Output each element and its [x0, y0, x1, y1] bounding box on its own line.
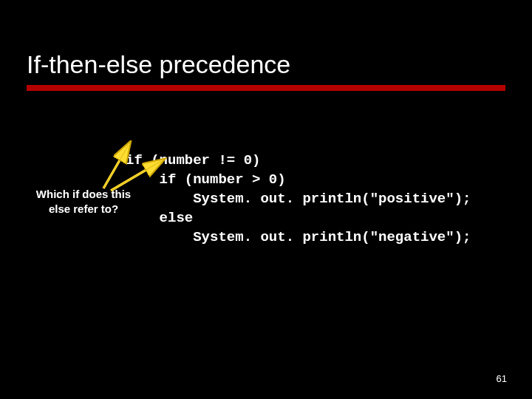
code-line-3: System. out. println("positive");	[126, 191, 471, 207]
page-number: 61	[497, 373, 507, 384]
slide-title: If-then-else precedence	[27, 50, 290, 79]
svg-line-1	[103, 145, 129, 188]
annotation-line-1: Which if does this	[36, 188, 131, 200]
svg-line-0	[103, 145, 129, 188]
code-line-5: System. out. println("negative");	[126, 229, 471, 245]
code-line-2: if (number > 0)	[126, 171, 286, 188]
underline-gap	[27, 91, 505, 94]
code-block: if (number != 0) if (number > 0) System.…	[126, 132, 471, 247]
annotation-text: Which if does this else refer to?	[13, 187, 154, 216]
underline-red-bar	[27, 85, 505, 91]
title-underline	[27, 85, 505, 94]
code-line-1: if (number != 0)	[126, 152, 260, 168]
annotation-line-2: else refer to?	[49, 202, 118, 215]
